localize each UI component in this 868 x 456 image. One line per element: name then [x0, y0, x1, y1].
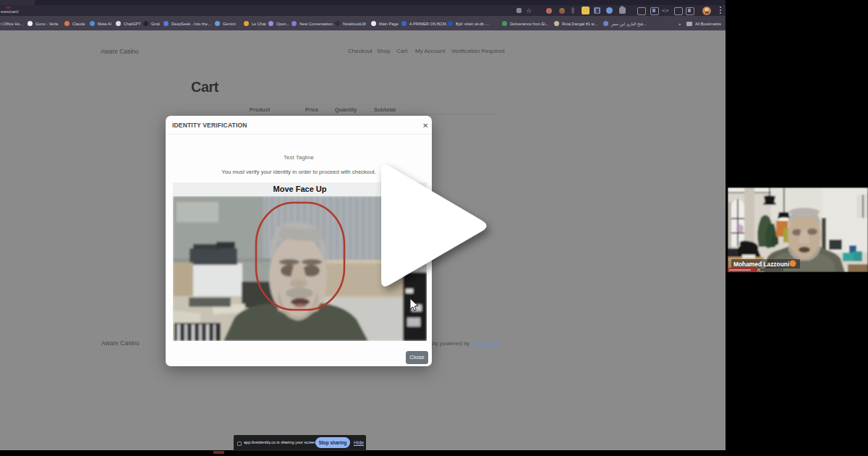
svg-text:Mohamed Lazzouni: Mohamed Lazzouni [733, 261, 789, 268]
